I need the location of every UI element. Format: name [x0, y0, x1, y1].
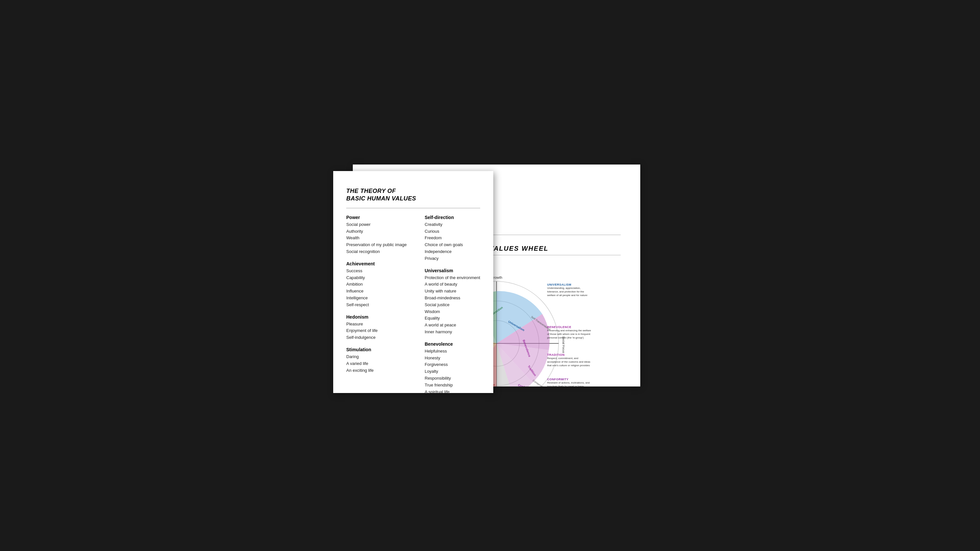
universalism-annotation: UNIVERSALISM Understanding, appreciation… — [547, 283, 591, 297]
u-social-justice: Social justice — [425, 302, 480, 308]
u-beauty: A world of beauty — [425, 281, 480, 288]
hedonism-section: Hedonism Pleasure Enjoyment of life Self… — [346, 314, 412, 341]
b-loyalty: Loyalty — [425, 368, 480, 375]
achievement-ambition: Ambition — [346, 281, 412, 288]
left-column: Power Social power Authority Wealth Pres… — [346, 215, 412, 393]
benevolence-header: Benevolence — [425, 341, 480, 347]
u-world-peace: A world at peace — [425, 322, 480, 329]
b-responsibility: Responsibility — [425, 375, 480, 382]
sd-choice: Choice of own goals — [425, 241, 480, 248]
benevolence-ann-desc: Preserving and enhancing the welfare of … — [547, 329, 591, 340]
benevolence-ann-label: BENEVOLENCE — [547, 326, 591, 329]
power-section: Power Social power Authority Wealth Pres… — [346, 215, 412, 255]
b-honesty: Honesty — [425, 355, 480, 362]
sd-independence: Independence — [425, 248, 480, 255]
right-column: Self-direction Creativity Curious Freedo… — [425, 215, 480, 393]
content-columns: Power Social power Authority Wealth Pres… — [346, 215, 480, 393]
conformity-ann-desc: Restraint of actions, inclinations, and … — [547, 381, 591, 386]
hedonism-self-indulgence: Self-indulgence — [346, 334, 412, 341]
u-equality: Equality — [425, 315, 480, 322]
selfdirection-section: Self-direction Creativity Curious Freedo… — [425, 215, 480, 262]
b-forgiveness: Forgiveness — [425, 361, 480, 368]
stimulation-varied-life: A varied life — [346, 360, 412, 367]
stimulation-exciting-life: An exciting life — [346, 367, 412, 374]
power-social-power: Social power — [346, 221, 412, 228]
conformity-ann-label: CONFORMITY — [547, 378, 591, 381]
achievement-capability: Capability — [346, 275, 412, 281]
tradition-annotation: TRADITION Respect, commitment, and accep… — [547, 353, 591, 368]
power-header: Power — [346, 215, 412, 220]
selfdirection-header: Self-direction — [425, 215, 480, 220]
stimulation-daring: Daring — [346, 354, 412, 360]
hedonism-enjoyment: Enjoyment of life — [346, 327, 412, 334]
universalism-ann-desc: Understanding, appreciation, tolerance, … — [547, 286, 591, 297]
achievement-success: Success — [346, 268, 412, 275]
universalism-header: Universalism — [425, 268, 480, 273]
front-page: THE THEORY OFBASIC HUMAN VALUES Power So… — [333, 171, 493, 393]
b-spiritual-life: A spiritual life — [425, 389, 480, 393]
u-unity: Unity with nature — [425, 288, 480, 295]
stimulation-section: Stimulation Daring A varied life An exci… — [346, 347, 412, 374]
power-authority: Authority — [346, 228, 412, 235]
u-protection: Protection of the environment — [425, 275, 480, 281]
universalism-section: Universalism Protection of the environme… — [425, 268, 480, 335]
power-preservation: Preservation of my public image — [346, 241, 412, 248]
conformity-annotation: CONFORMITY Restraint of actions, inclina… — [547, 378, 591, 386]
achievement-intelligence: Intelligence — [346, 295, 412, 302]
hedonism-header: Hedonism — [346, 314, 412, 319]
b-true-friendship: True friendship — [425, 382, 480, 389]
benevolence-section: Benevolence Helpfulness Honesty Forgiven… — [425, 341, 480, 393]
u-broadmindedness: Broad-mindedness — [425, 295, 480, 302]
u-wisdom: Wisdom — [425, 308, 480, 315]
power-wealth: Wealth — [346, 235, 412, 241]
stimulation-header: Stimulation — [346, 347, 412, 352]
achievement-self-respect: Self-respect — [346, 302, 412, 308]
page-container: Self-direction Creativity Curious Freedo… — [333, 158, 647, 393]
page-title: THE THEORY OFBASIC HUMAN VALUES — [346, 187, 480, 203]
u-inner-harmony: Inner harmony — [425, 329, 480, 335]
tradition-ann-desc: Respect, commitment, and acceptance of t… — [547, 356, 591, 368]
universalism-ann-label: UNIVERSALISM — [547, 283, 591, 286]
achievement-influence: Influence — [346, 288, 412, 295]
sd-curious: Curious — [425, 228, 480, 235]
achievement-section: Achievement Success Capability Ambition … — [346, 261, 412, 308]
sd-creativity: Creativity — [425, 221, 480, 228]
title-divider — [346, 208, 480, 208]
tradition-ann-label: TRADITION — [547, 353, 591, 356]
benevolence-annotation: BENEVOLENCE Preserving and enhancing the… — [547, 326, 591, 340]
sd-freedom: Freedom — [425, 235, 480, 241]
sd-privacy: Privacy — [425, 255, 480, 262]
achievement-header: Achievement — [346, 261, 412, 266]
hedonism-pleasure: Pleasure — [346, 321, 412, 328]
power-social-recognition: Social recognition — [346, 248, 412, 255]
b-helpfulness: Helpfulness — [425, 348, 480, 355]
